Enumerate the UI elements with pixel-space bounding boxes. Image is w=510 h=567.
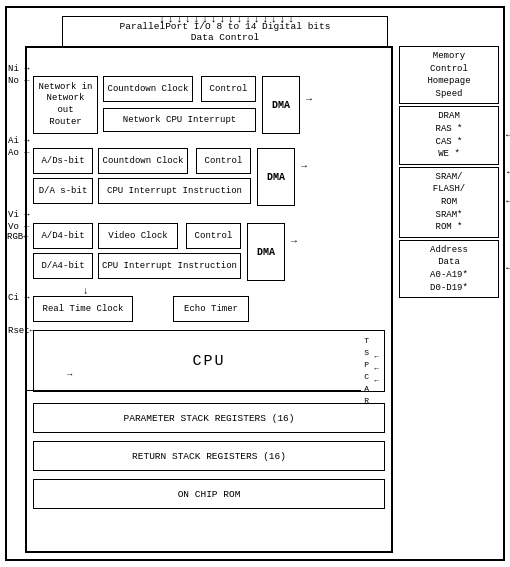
network-countdown-label: Countdown Clock	[107, 84, 188, 94]
adc-ad-label: A/Ds-bit	[41, 156, 84, 166]
cpu-box: CPU TSPCAR ←←←	[33, 330, 385, 392]
label-rset: Rset←	[8, 326, 35, 336]
label-ai: Ai →	[8, 136, 30, 146]
adc-dma-label: DMA	[267, 172, 285, 183]
label-ni: Ni →	[8, 64, 30, 74]
rset-hline	[33, 390, 361, 391]
video-interrupt-label: CPU Interrupt Instruction	[102, 261, 237, 271]
video-clock-label: Video Clock	[108, 231, 167, 241]
network-countdown-box: Countdown Clock	[103, 76, 193, 102]
video-dma-box: DMA	[247, 223, 285, 281]
network-router-label3: Router	[49, 117, 81, 127]
rtc-row: ↓ Real Time Clock Echo Timer	[33, 296, 385, 322]
network-router-label2: Network out	[47, 93, 85, 115]
network-interrupt-label: Network CPU Interrupt	[123, 115, 236, 125]
dram-box: DRAMRAS *CAS *WE * ←	[399, 106, 499, 164]
network-dma-label: DMA	[272, 100, 290, 111]
adc-interrupt-box: CPU Interrupt Instruction	[98, 178, 251, 204]
label-ao: Ao ←	[8, 148, 30, 158]
on-chip-rom-label: ON CHIP ROM	[178, 489, 241, 500]
parallel-port-box: ParallelPort I/O 8 to 14 Digital bits Da…	[62, 16, 388, 48]
sram-label: SRAM/FLASH/ROMSRAM*ROM *	[433, 172, 465, 232]
video-clock-box: Video Clock	[98, 223, 178, 249]
adc-dma-arrow: →	[301, 161, 307, 172]
network-dma-arrow: →	[306, 94, 312, 105]
network-router-label1: Network in	[38, 82, 92, 92]
dram-right-arrow: ←	[506, 129, 510, 143]
rset-arrow: →	[67, 370, 72, 380]
label-vi: Vi →	[8, 210, 30, 220]
dram-label: DRAMRAS *CAS *WE *	[435, 111, 462, 159]
adc-ad-box: A/Ds-bit	[33, 148, 93, 174]
echo-timer-label: Echo Timer	[184, 304, 238, 314]
video-row: A/D4-bit Video Clock Control DMA D/A4-bi…	[33, 223, 385, 283]
adc-control-label: Control	[205, 156, 243, 166]
video-interrupt-box: CPU Interrupt Instruction	[98, 253, 241, 279]
label-vo: Vo ←	[8, 222, 30, 232]
param-stack-label: PARAMETER STACK REGISTERS (16)	[123, 413, 294, 424]
return-stack-label: RETURN STACK REGISTERS (16)	[132, 451, 286, 462]
network-row: Network in Network out Router Countdown …	[33, 76, 385, 136]
address-data-label: AddressDataA0-A19*D0-D19*	[430, 245, 468, 293]
adc-countdown-box: Countdown Clock	[98, 148, 188, 174]
video-control-label: Control	[195, 231, 233, 241]
video-ad-box: A/D4-bit	[33, 223, 93, 249]
right-column: MemoryControlHomepageSpeed ← DRAMRAS *CA…	[399, 46, 499, 300]
adc-countdown-label: Countdown Clock	[102, 156, 183, 166]
network-router-box: Network in Network out Router	[33, 76, 98, 134]
on-chip-rom-box: ON CHIP ROM	[33, 479, 385, 509]
network-dma-box: DMA	[262, 76, 300, 134]
video-dma-arrow: →	[291, 236, 297, 247]
network-control-label: Control	[210, 84, 248, 94]
label-no: No ←	[8, 76, 30, 86]
return-stack-box: RETURN STACK REGISTERS (16)	[33, 441, 385, 471]
video-ad-label: A/D4-bit	[41, 231, 84, 241]
adc-da-box: D/A s-bit	[33, 178, 93, 204]
rtc-box: Real Time Clock	[33, 296, 133, 322]
address-right-arrow: ←	[506, 262, 510, 276]
adc-control-box: Control	[196, 148, 251, 174]
network-control-box: Control	[201, 76, 256, 102]
echo-timer-box: Echo Timer	[173, 296, 249, 322]
sram-right-arrow: ←	[506, 195, 510, 209]
adc-dma-box: DMA	[257, 148, 295, 206]
adc-da-label: D/A s-bit	[39, 186, 88, 196]
rtc-label: Real Time Clock	[42, 304, 123, 314]
cpu-signal-arrows: ←←←	[374, 351, 380, 387]
memory-control-label: MemoryControlHomepageSpeed	[427, 51, 470, 99]
video-control-box: Control	[186, 223, 241, 249]
adc-interrupt-label: CPU Interrupt Instruction	[107, 186, 242, 196]
param-stack-box: PARAMETER STACK REGISTERS (16)	[33, 403, 385, 433]
memory-control-box: MemoryControlHomepageSpeed ←	[399, 46, 499, 104]
network-interrupt-box: Network CPU Interrupt	[103, 108, 256, 132]
video-dma-label: DMA	[257, 247, 275, 258]
adc-row: A/Ds-bit Countdown Clock Control DMA D/A…	[33, 148, 385, 208]
parallel-port-line1: ParallelPort I/O 8 to 14 Digital bits	[69, 21, 381, 32]
cpu-signals: TSPCAR	[364, 335, 370, 407]
sram-box: SRAM/FLASH/ROMSRAM*ROM * ←	[399, 167, 499, 238]
main-system-box: Network in Network out Router Countdown …	[25, 46, 393, 553]
video-da-box: D/A4-bit	[33, 253, 93, 279]
parallel-port-line2: Data Control	[69, 32, 381, 43]
address-data-box: AddressDataA0-A19*D0-D19* ←	[399, 240, 499, 298]
cpu-label: CPU	[192, 353, 225, 370]
diagram-container: ↓↓↓↓↓↓↓↓↓↓↓↓↓↓↓↓ ParallelPort I/O 8 to 1…	[5, 6, 505, 561]
label-ci: Ci →	[8, 293, 30, 303]
label-rgb: RGB←	[7, 232, 29, 242]
video-da-label: D/A4-bit	[41, 261, 84, 271]
